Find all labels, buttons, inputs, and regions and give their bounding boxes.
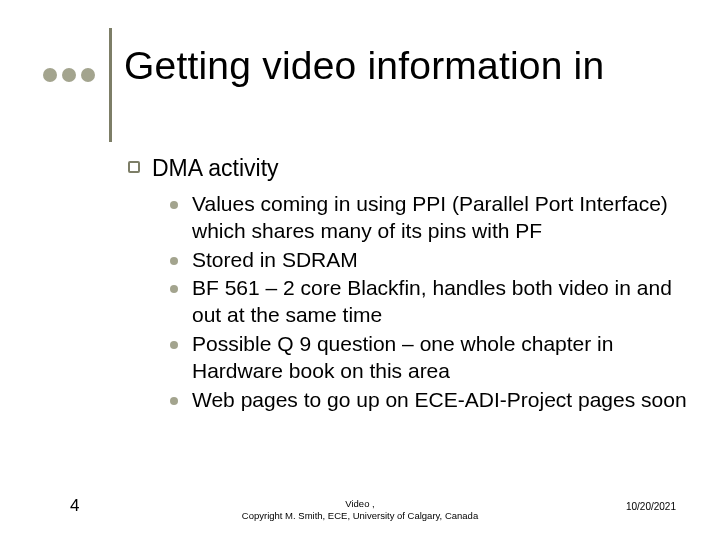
vertical-divider — [109, 28, 112, 142]
dot-icon — [81, 68, 95, 82]
round-bullet-icon — [170, 201, 178, 209]
footer-center-line2: Copyright M. Smith, ECE, University of C… — [242, 510, 478, 521]
footer: 4 Video , Copyright M. Smith, ECE, Unive… — [0, 492, 720, 522]
bullet-level1-text: DMA activity — [152, 154, 279, 183]
footer-center-line1: Video , — [345, 498, 374, 509]
list-item: Possible Q 9 question – one whole chapte… — [170, 331, 688, 385]
dot-icon — [62, 68, 76, 82]
bullet-level2-list: Values coming in using PPI (Parallel Por… — [170, 191, 688, 414]
slide: Getting video information in DMA activit… — [0, 0, 720, 540]
decorative-dots — [43, 68, 95, 82]
list-item: Web pages to go up on ECE-ADI-Project pa… — [170, 387, 688, 414]
round-bullet-icon — [170, 397, 178, 405]
round-bullet-icon — [170, 285, 178, 293]
list-item-text: Possible Q 9 question – one whole chapte… — [192, 331, 688, 385]
list-item: Stored in SDRAM — [170, 247, 688, 274]
round-bullet-icon — [170, 341, 178, 349]
square-bullet-icon — [128, 161, 140, 173]
round-bullet-icon — [170, 257, 178, 265]
footer-center: Video , Copyright M. Smith, ECE, Univers… — [0, 498, 720, 522]
list-item-text: BF 561 – 2 core Blackfin, handles both v… — [192, 275, 688, 329]
slide-body: DMA activity Values coming in using PPI … — [128, 154, 688, 416]
dot-icon — [43, 68, 57, 82]
slide-title: Getting video information in — [124, 44, 604, 88]
bullet-level1: DMA activity — [128, 154, 688, 183]
list-item: BF 561 – 2 core Blackfin, handles both v… — [170, 275, 688, 329]
footer-date: 10/20/2021 — [626, 501, 676, 512]
list-item-text: Values coming in using PPI (Parallel Por… — [192, 191, 688, 245]
list-item-text: Stored in SDRAM — [192, 247, 358, 274]
list-item-text: Web pages to go up on ECE-ADI-Project pa… — [192, 387, 687, 414]
list-item: Values coming in using PPI (Parallel Por… — [170, 191, 688, 245]
